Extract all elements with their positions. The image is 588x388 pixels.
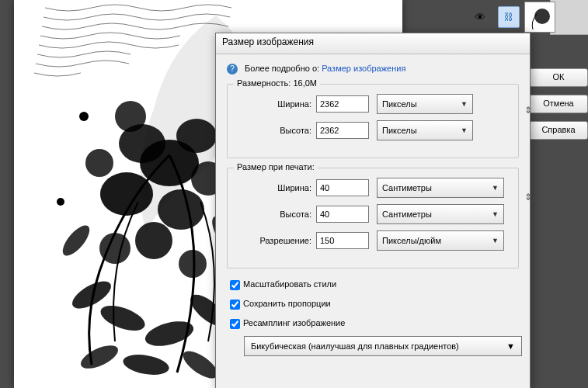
svg-point-21 [79, 112, 89, 121]
svg-point-3 [176, 119, 217, 153]
dialog-title: Размер изображения [216, 33, 530, 54]
link-print-icon[interactable]: ⇕ [524, 192, 532, 203]
pixel-width-input[interactable] [316, 95, 369, 113]
cancel-button[interactable]: Отмена [529, 95, 588, 113]
chevron-down-icon: ▼ [492, 184, 499, 192]
height-label: Высота: [235, 126, 316, 135]
resolution-label: Разрешение: [235, 236, 316, 245]
constrain-checkbox[interactable] [230, 300, 240, 310]
resolution-unit-select[interactable]: Пикселы/дюйм▼ [377, 230, 504, 251]
pixel-height-unit-select[interactable]: Пикселы▼ [377, 120, 473, 140]
dimensions-label: Размерность: [237, 78, 291, 88]
svg-point-7 [85, 149, 113, 177]
svg-point-6 [115, 101, 146, 132]
print-height-label: Высота: [235, 210, 316, 219]
print-width-label: Ширина: [235, 183, 316, 192]
file-size: 16,0M [293, 78, 317, 88]
chevron-down-icon: ▼ [506, 341, 515, 351]
link-layer-icon[interactable]: ⛓ [498, 6, 520, 28]
image-size-dialog: Размер изображения ? Более подробно о: Р… [215, 33, 531, 388]
print-width-unit-select[interactable]: Сантиметры▼ [377, 178, 504, 198]
print-size-group: Размер при печати: Ширина: Сантиметры▼ В… [227, 168, 519, 268]
resample-checkbox[interactable] [230, 319, 240, 329]
chevron-down-icon: ▼ [492, 237, 499, 244]
print-label: Размер при печати: [234, 162, 318, 171]
layers-strip: 👁 ⛓ [550, 0, 588, 35]
resample-label: Ресамплинг изображение [243, 319, 345, 328]
ok-button[interactable]: ОК [529, 68, 588, 87]
link-dimensions-icon[interactable]: ⇕ [524, 105, 532, 116]
resample-method-select[interactable]: Бикубическая (наилучшая для плавных град… [244, 336, 522, 356]
info-text: Более подробно о: [245, 64, 319, 73]
pixel-width-unit-select[interactable]: Пикселы▼ [377, 94, 473, 114]
svg-point-11 [179, 250, 207, 278]
print-height-input[interactable] [316, 206, 369, 223]
resolution-input[interactable] [316, 232, 369, 249]
svg-point-23 [57, 198, 64, 206]
visibility-icon[interactable]: 👁 [475, 11, 485, 23]
info-icon: ? [227, 64, 238, 74]
scale-styles-checkbox[interactable] [230, 280, 240, 290]
width-label: Ширина: [235, 99, 316, 109]
scale-styles-label: Масштабировать стили [243, 280, 336, 289]
chevron-down-icon: ▼ [492, 210, 499, 218]
svg-point-9 [135, 222, 172, 259]
pixel-height-input[interactable] [316, 122, 369, 139]
layer-thumbnail[interactable] [524, 2, 555, 33]
print-width-input[interactable] [316, 179, 369, 196]
help-button[interactable]: Справка [529, 121, 588, 140]
chevron-down-icon: ▼ [461, 126, 468, 134]
constrain-label: Сохранить пропорции [243, 300, 331, 309]
info-link[interactable]: Размер изображения [322, 64, 405, 73]
chevron-down-icon: ▼ [461, 100, 468, 108]
pixel-dimensions-group: Размерность: 16,0M Ширина: Пикселы▼ Высо… [227, 84, 519, 158]
svg-point-26 [534, 9, 550, 24]
svg-point-5 [158, 189, 204, 230]
print-height-unit-select[interactable]: Сантиметры▼ [377, 204, 504, 224]
